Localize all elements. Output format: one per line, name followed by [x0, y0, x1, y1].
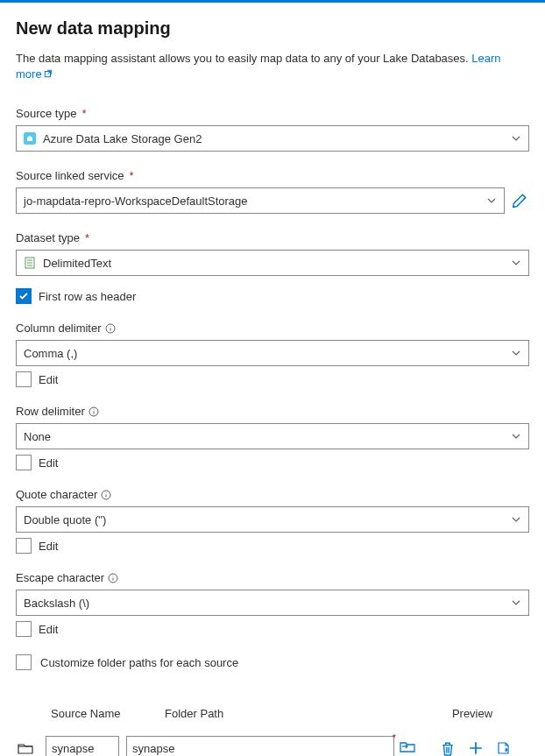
- info-icon[interactable]: [108, 573, 118, 583]
- chevron-down-icon: [511, 597, 521, 608]
- column-delimiter-select[interactable]: Comma (,): [16, 340, 529, 366]
- row-delimiter-edit-label: Edit: [39, 456, 58, 470]
- table-header-row: Source Name Folder Path Preview: [16, 702, 529, 729]
- intro-prefix: The data mapping assistant allows you to…: [16, 52, 471, 65]
- info-icon[interactable]: [105, 323, 116, 334]
- chevron-down-icon: [511, 431, 521, 442]
- page-content: New data mapping The data mapping assist…: [0, 3, 545, 756]
- escape-char-label: Escape character: [16, 571, 529, 584]
- preview-button[interactable]: [497, 741, 511, 755]
- dataset-type-select[interactable]: DelimitedText: [16, 250, 529, 276]
- source-type-select[interactable]: Azure Data Lake Storage Gen2: [16, 125, 529, 152]
- chevron-down-icon: [511, 133, 521, 144]
- linked-service-select[interactable]: jo-mapdata-repro-WorkspaceDefaultStorage: [16, 187, 505, 214]
- info-icon[interactable]: [88, 406, 99, 417]
- header-source-name: Source Name: [51, 707, 165, 720]
- source-name-input[interactable]: [46, 736, 119, 756]
- chevron-down-icon: [511, 258, 521, 268]
- folder-path-input[interactable]: [126, 736, 394, 756]
- quote-char-select[interactable]: Double quote ("): [16, 506, 529, 533]
- header-folder-path: Folder Path: [165, 707, 415, 720]
- external-link-icon: [44, 69, 53, 78]
- dataset-type-label: Dataset type*: [16, 231, 529, 244]
- sources-table: Source Name Folder Path Preview *: [16, 702, 529, 756]
- azure-storage-icon: [24, 132, 36, 145]
- row-delimiter-edit-checkbox[interactable]: [16, 455, 32, 470]
- header-preview: Preview: [415, 707, 529, 720]
- source-type-label: Source type*: [16, 107, 529, 120]
- intro-text: The data mapping assistant allows you to…: [16, 51, 529, 82]
- delete-row-button[interactable]: [441, 741, 455, 755]
- first-row-header-label: First row as header: [39, 290, 136, 303]
- first-row-header-checkbox[interactable]: [16, 288, 32, 304]
- linked-service-label: Source linked service*: [16, 169, 529, 182]
- escape-char-select[interactable]: Backslash (\): [16, 590, 529, 616]
- edit-linked-service-button[interactable]: [512, 193, 527, 208]
- info-icon[interactable]: [101, 490, 111, 500]
- escape-char-edit-label: Edit: [39, 623, 58, 636]
- file-icon: [24, 257, 36, 269]
- row-delimiter-select[interactable]: None: [16, 423, 529, 449]
- chevron-down-icon: [486, 195, 497, 206]
- browse-folder-button[interactable]: [400, 740, 415, 756]
- add-row-button[interactable]: [469, 741, 483, 755]
- escape-char-edit-checkbox[interactable]: [16, 621, 32, 637]
- quote-char-label: Quote character: [16, 488, 529, 501]
- row-delimiter-label: Row delimiter: [16, 405, 529, 418]
- table-row: *: [16, 729, 529, 756]
- quote-char-edit-label: Edit: [39, 540, 58, 553]
- column-delimiter-edit-label: Edit: [39, 373, 58, 386]
- column-delimiter-edit-checkbox[interactable]: [16, 371, 32, 387]
- column-delimiter-label: Column delimiter: [16, 321, 529, 335]
- chevron-down-icon: [511, 514, 521, 525]
- folder-icon: [18, 742, 33, 754]
- chevron-down-icon: [511, 348, 521, 358]
- quote-char-edit-checkbox[interactable]: [16, 538, 32, 554]
- customize-paths-label: Customize folder paths for each source: [40, 656, 238, 669]
- required-indicator: *: [393, 732, 396, 743]
- page-title: New data mapping: [16, 18, 529, 39]
- customize-paths-checkbox[interactable]: [16, 654, 32, 670]
